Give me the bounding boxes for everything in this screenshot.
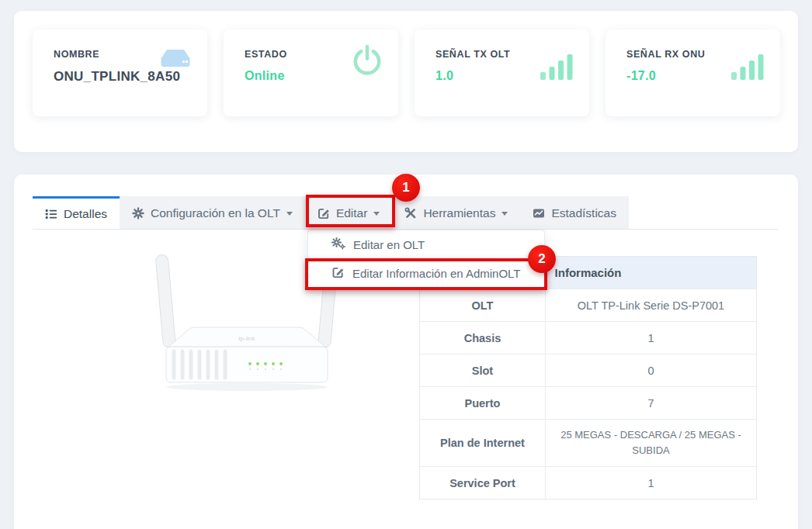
chevron-down-icon xyxy=(501,212,508,216)
row-label: Plan de Internet xyxy=(420,420,546,466)
menu-item-editar-en-olt[interactable]: Editar en OLT xyxy=(308,230,544,259)
table-row: Slot 0 xyxy=(420,354,756,386)
row-label: Puerto xyxy=(420,387,546,419)
tools-icon xyxy=(404,207,417,220)
row-label: Chasis xyxy=(420,322,546,354)
tab-label: Detalles xyxy=(64,207,107,221)
row-label: Service Port xyxy=(420,467,546,499)
row-label: OLT xyxy=(420,289,546,321)
tab-estadisticas[interactable]: Estadísticas xyxy=(520,196,629,230)
table-row: Plan de Internet 25 MEGAS - DESCARGA / 2… xyxy=(420,419,756,466)
stat-card-senal-tx: SEÑAL TX OLT 1.0 xyxy=(415,29,589,116)
annotation-step-badge: 1 xyxy=(392,174,420,202)
stat-card-estado: ESTADO Online xyxy=(224,29,398,116)
list-icon xyxy=(45,208,57,220)
router-icon xyxy=(158,47,193,74)
stats-panel: NOMBRE ONU_TPLINK_8A50 ESTADO Online xyxy=(14,11,798,152)
table-row: Chasis 1 xyxy=(420,321,756,354)
gears-icon xyxy=(331,237,345,252)
info-table: Información OLT OLT TP-Link Serie DS-P70… xyxy=(419,256,757,500)
row-value: 0 xyxy=(546,354,756,386)
gear-icon xyxy=(132,207,144,220)
table-row: Puerto 7 xyxy=(420,386,756,419)
tab-configuracion-olt[interactable]: Configuración en la OLT xyxy=(120,196,305,230)
chevron-down-icon xyxy=(286,212,293,216)
annotation-box-editar-informacion xyxy=(305,258,547,290)
tab-label: Estadísticas xyxy=(551,206,616,220)
onu-details-page: NOMBRE ONU_TPLINK_8A50 ESTADO Online xyxy=(0,0,812,529)
annotation-step-badge: 2 xyxy=(528,245,556,273)
details-panel: Detalles Configuración en xyxy=(14,175,798,529)
table-row: OLT OLT TP-Link Serie DS-P7001 xyxy=(420,289,756,321)
annotation-box-editar xyxy=(306,195,395,227)
signal-bars-icon xyxy=(540,51,575,84)
row-value: 25 MEGAS - DESCARGA / 25 MEGAS - SUBIDA xyxy=(546,420,756,466)
signal-bars-icon xyxy=(730,51,766,84)
stat-card-senal-rx: SEÑAL RX ONU -17.0 xyxy=(606,29,780,116)
chart-icon xyxy=(533,207,545,220)
tab-detalles[interactable]: Detalles xyxy=(33,196,120,230)
row-value: 1 xyxy=(546,467,756,499)
row-label: Slot xyxy=(420,354,546,386)
tab-herramientas[interactable]: Herramientas xyxy=(392,196,520,230)
table-row: Service Port 1 xyxy=(420,466,756,499)
row-value: 7 xyxy=(546,387,756,419)
power-icon xyxy=(350,43,384,82)
tab-label: Herramientas xyxy=(423,206,495,220)
stat-card-nombre: NOMBRE ONU_TPLINK_8A50 xyxy=(33,29,207,116)
menu-item-label: Editar en OLT xyxy=(353,238,425,251)
row-value: OLT TP-Link Serie DS-P7001 xyxy=(546,289,756,321)
tab-label: Configuración en la OLT xyxy=(151,206,280,220)
svg-text:tp-link: tp-link xyxy=(238,335,255,342)
row-value: 1 xyxy=(546,322,756,354)
